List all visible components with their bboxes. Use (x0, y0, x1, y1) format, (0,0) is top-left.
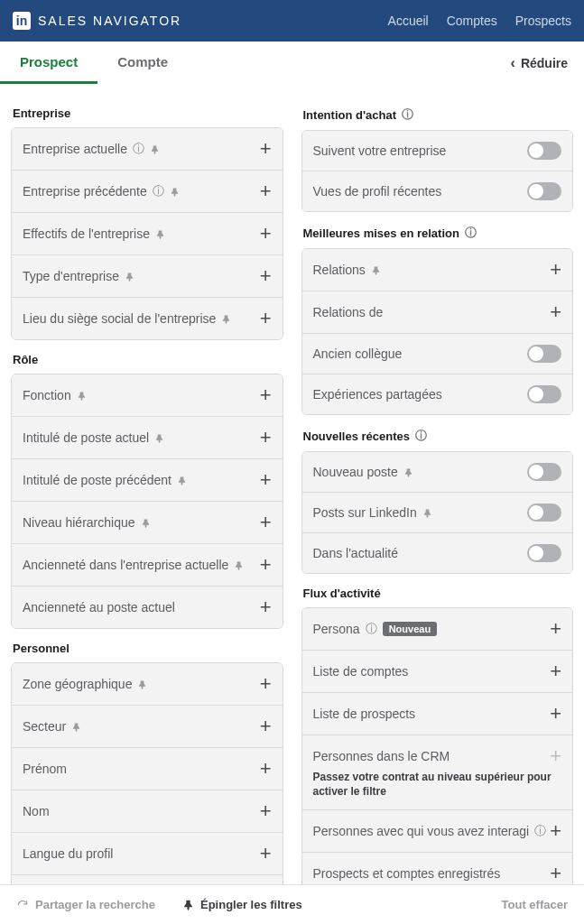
filter-function[interactable]: Fonction + (12, 374, 283, 416)
filter-follow-company[interactable]: Suivent votre entreprise (302, 131, 573, 171)
filter-seniority[interactable]: Niveau hiérarchique + (12, 501, 283, 543)
filter-label: Fonction (23, 388, 71, 402)
filter-previous-company[interactable]: Entreprise précédente ⓘ + (12, 170, 283, 212)
share-search-button[interactable]: Partager la recherche (16, 898, 155, 911)
toggle[interactable] (527, 463, 561, 481)
filter-new-role[interactable]: Nouveau poste (302, 452, 573, 492)
filter-hq-location[interactable]: Lieu du siège social de l'entreprise + (12, 297, 283, 339)
help-icon[interactable]: ⓘ (133, 141, 144, 157)
pin-icon[interactable] (422, 507, 432, 519)
clear-all-button[interactable]: Tout effacer (502, 898, 568, 911)
pin-icon[interactable] (77, 390, 87, 402)
expand-icon[interactable]: + (260, 513, 272, 532)
pin-icon[interactable] (125, 271, 134, 282)
expand-icon[interactable]: + (260, 428, 272, 448)
expand-icon[interactable]: + (550, 661, 561, 681)
filter-linkedin-posts[interactable]: Posts sur LinkedIn (302, 492, 573, 532)
pin-icon[interactable] (141, 517, 151, 529)
filter-label: Intitulé de poste précédent (23, 473, 171, 487)
help-icon[interactable]: ⓘ (402, 106, 413, 123)
expand-icon[interactable]: + (550, 864, 561, 883)
toggle[interactable] (527, 142, 561, 160)
toggle[interactable] (527, 544, 561, 562)
expand-icon[interactable]: + (260, 801, 272, 821)
expand-icon[interactable]: + (260, 309, 272, 328)
expand-icon[interactable]: + (260, 716, 272, 736)
help-icon[interactable]: ⓘ (465, 225, 477, 241)
filter-label: Entreprise précédente (23, 184, 147, 199)
filter-prospect-list[interactable]: Liste de prospects + (302, 692, 573, 735)
filter-label: Posts sur LinkedIn (313, 505, 417, 520)
toggle[interactable] (527, 504, 561, 522)
expand-icon[interactable]: + (260, 385, 272, 405)
filter-current-company[interactable]: Entreprise actuelle ⓘ + (12, 128, 283, 170)
filter-persona[interactable]: Persona ⓘ Nouveau + (302, 608, 573, 650)
pin-icon[interactable] (403, 467, 413, 478)
toggle[interactable] (527, 182, 561, 200)
expand-icon[interactable]: + (260, 597, 272, 617)
pin-icon[interactable] (154, 432, 164, 444)
nav-prospects[interactable]: Prospects (515, 14, 571, 28)
filter-shared-experiences[interactable]: Expériences partagées (302, 374, 573, 414)
pin-icon[interactable] (234, 559, 244, 571)
share-icon (16, 899, 29, 911)
pin-icon[interactable] (170, 186, 180, 198)
filter-current-title[interactable]: Intitulé de poste actuel + (12, 416, 283, 458)
filter-in-news[interactable]: Dans l'actualité (302, 532, 573, 573)
filter-previous-title[interactable]: Intitulé de poste précédent + (12, 458, 283, 501)
filter-saved[interactable]: Prospects et comptes enregistrés + (302, 852, 573, 884)
expand-icon[interactable]: + (260, 224, 272, 244)
filter-interacted[interactable]: Personnes avec qui vous avez interagi ⓘ … (302, 809, 573, 852)
filter-label: Personnes dans le CRM (313, 749, 450, 763)
filter-account-list[interactable]: Liste de comptes + (302, 650, 573, 692)
filter-relations[interactable]: Relations + (302, 249, 573, 291)
filter-years-experience[interactable]: Années d'expérience + (12, 874, 283, 884)
pin-icon[interactable] (177, 475, 187, 486)
expand-icon[interactable]: + (260, 674, 272, 694)
tab-prospect[interactable]: Prospect (0, 42, 97, 84)
nav-home[interactable]: Accueil (388, 14, 429, 28)
pin-icon[interactable] (137, 679, 147, 690)
filter-profile-language[interactable]: Langue du profil + (12, 832, 283, 874)
pin-filters-button[interactable]: Épingler les filtres (182, 898, 302, 911)
expand-icon[interactable]: + (550, 302, 561, 322)
toggle[interactable] (527, 345, 561, 363)
help-icon[interactable]: ⓘ (415, 428, 427, 444)
expand-icon[interactable]: + (260, 266, 272, 286)
filter-relations-of[interactable]: Relations de + (302, 291, 573, 333)
expand-icon[interactable]: + (260, 139, 272, 159)
filter-last-name[interactable]: Nom + (12, 790, 283, 832)
filter-first-name[interactable]: Prénom + (12, 747, 283, 790)
filter-former-colleague[interactable]: Ancien collègue (302, 333, 573, 374)
filter-company-type[interactable]: Type d'entreprise + (12, 254, 283, 297)
expand-icon[interactable]: + (550, 704, 561, 724)
pin-icon[interactable] (221, 313, 231, 325)
expand-icon[interactable]: + (550, 619, 561, 639)
filter-tenure-role[interactable]: Ancienneté au poste actuel + (12, 586, 283, 628)
tab-account[interactable]: Compte (97, 42, 188, 84)
expand-icon[interactable]: + (260, 470, 272, 490)
filter-geo[interactable]: Zone géographique + (12, 663, 283, 705)
collapse-button[interactable]: ‹ Réduire (511, 56, 575, 70)
filter-label: Ancien collègue (313, 346, 403, 361)
pin-icon[interactable] (150, 143, 160, 155)
expand-icon[interactable]: + (550, 260, 561, 280)
help-icon[interactable]: ⓘ (534, 823, 546, 839)
toggle[interactable] (527, 385, 561, 403)
filter-headcount[interactable]: Effectifs de l'entreprise + (12, 212, 283, 254)
expand-icon[interactable]: + (550, 821, 561, 841)
filter-sector[interactable]: Secteur + (12, 705, 283, 747)
pin-icon[interactable] (371, 264, 381, 276)
expand-icon[interactable]: + (260, 844, 272, 864)
filter-recent-views[interactable]: Vues de profil récentes (302, 171, 573, 211)
expand-icon[interactable]: + (260, 759, 272, 779)
expand-icon[interactable]: + (260, 555, 272, 575)
expand-icon[interactable]: + (260, 181, 272, 201)
help-icon[interactable]: ⓘ (153, 183, 164, 199)
filter-tenure-company[interactable]: Ancienneté dans l'entreprise actuelle + (12, 543, 283, 586)
group-intent: Suivent votre entreprise Vues de profil … (301, 130, 574, 212)
pin-icon[interactable] (155, 228, 165, 240)
nav-accounts[interactable]: Comptes (447, 14, 497, 28)
help-icon[interactable]: ⓘ (366, 621, 377, 637)
pin-icon[interactable] (71, 721, 81, 733)
